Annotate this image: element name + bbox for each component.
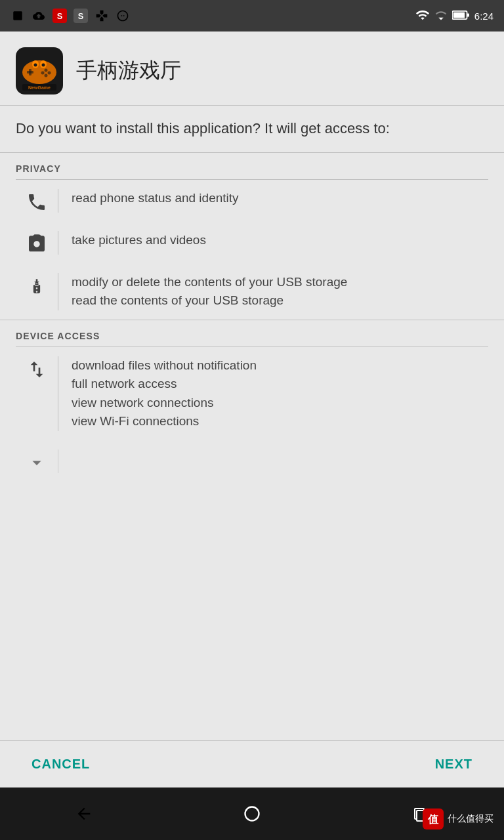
svg-text:NewGame: NewGame (28, 85, 51, 90)
cat-icon (116, 9, 130, 23)
usb-icon (16, 273, 58, 299)
permission-camera: take pictures and videos (0, 222, 504, 264)
svg-point-14 (45, 69, 48, 72)
device-access-section-header: DEVICE ACCESS (0, 320, 504, 346)
usb-perm-divider (58, 273, 58, 310)
upload-icon (32, 9, 46, 23)
svg-rect-13 (29, 69, 32, 75)
home-button[interactable] (236, 798, 268, 830)
battery-icon (452, 9, 469, 23)
partial-perm-divider (58, 450, 58, 473)
bottom-buttons: CANCEL NEXT (0, 740, 504, 788)
svg-text:S: S (57, 11, 63, 21)
app-icon: NewGame (16, 47, 63, 94)
cancel-button[interactable]: CANCEL (21, 751, 100, 777)
usb-perm-text: modify or delete the contents of your US… (72, 273, 488, 310)
app-header: NewGame 手柄游戏厅 (0, 32, 504, 105)
permission-network: download files without notificationfull … (0, 347, 504, 440)
back-button[interactable] (68, 798, 100, 830)
signal-icon (435, 8, 447, 24)
scroll-area[interactable]: NewGame 手柄游戏厅 Do you want to install thi… (0, 32, 504, 740)
svg-text:S: S (78, 11, 84, 21)
phone-perm-divider (58, 189, 58, 213)
privacy-section-header: PRIVACY (0, 153, 504, 179)
camera-perm-text: take pictures and videos (72, 231, 488, 250)
permission-partial (0, 440, 504, 476)
transfer-icon (16, 356, 58, 380)
status-bar-icons: S S (10, 9, 130, 23)
svg-point-16 (45, 74, 48, 77)
network-perm-text: download files without notificationfull … (72, 356, 488, 431)
phone-icon (16, 189, 58, 213)
phone-perm-text: read phone status and identity (72, 189, 488, 208)
wifi-icon (415, 8, 430, 24)
svg-point-17 (41, 72, 45, 75)
status-bar: S S (0, 0, 504, 32)
nav-bar: 值 什么值得买 (0, 788, 504, 840)
status-bar-right: 6:24 (415, 8, 494, 24)
permission-phone: read phone status and identity (0, 180, 504, 222)
install-prompt: Do you want to install this application?… (0, 106, 504, 152)
watermark-text: 什么值得买 (448, 813, 494, 825)
camera-icon (16, 231, 58, 255)
permission-usb: modify or delete the contents of your US… (0, 264, 504, 320)
svg-point-22 (34, 64, 37, 67)
svg-point-15 (48, 72, 51, 75)
main-content: NewGame 手柄游戏厅 Do you want to install thi… (0, 32, 504, 788)
camera-perm-divider (58, 231, 58, 255)
svg-rect-5 (453, 12, 465, 18)
svg-text:值: 值 (427, 814, 439, 825)
s-white-icon: S (74, 9, 88, 23)
app-name: 手柄游戏厅 (76, 56, 181, 85)
svg-rect-6 (467, 13, 469, 16)
photo-icon (10, 9, 25, 23)
s-red-icon: S (52, 9, 67, 23)
next-button[interactable]: NEXT (425, 751, 483, 777)
network-perm-divider (58, 356, 58, 431)
svg-point-24 (245, 807, 259, 821)
time-display: 6:24 (474, 10, 494, 22)
watermark: 值 什么值得买 (423, 808, 494, 830)
partial-icon (16, 450, 58, 473)
game-icon (94, 9, 109, 23)
svg-point-23 (42, 64, 45, 67)
